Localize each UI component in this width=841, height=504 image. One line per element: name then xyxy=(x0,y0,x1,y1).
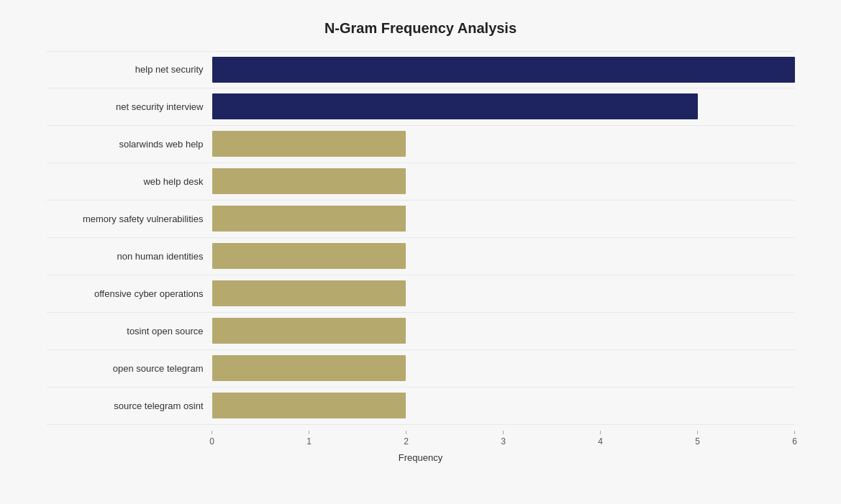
chart-area: help net securitynet security interviews… xyxy=(47,51,795,425)
x-axis: 0123456 xyxy=(212,431,795,446)
bar-track xyxy=(212,280,795,306)
bar-row: offensive cyber operations xyxy=(47,275,795,313)
bar-track xyxy=(212,355,795,381)
bar-fill xyxy=(212,393,406,418)
bar-fill xyxy=(212,131,406,157)
bar-fill xyxy=(212,280,406,306)
bar-track xyxy=(212,318,795,344)
bar-track xyxy=(212,93,795,119)
x-axis-label: Frequency xyxy=(47,452,795,463)
chart-title: N-Gram Frequency Analysis xyxy=(47,20,795,37)
bar-fill xyxy=(212,243,406,269)
bar-track xyxy=(212,206,795,232)
bar-fill xyxy=(212,318,406,344)
bar-row: source telegram osint xyxy=(47,388,795,425)
bar-label: web help desk xyxy=(47,176,212,187)
bar-fill xyxy=(212,168,406,194)
bar-label: net security interview xyxy=(47,101,212,112)
bar-track xyxy=(212,168,795,194)
bar-row: help net security xyxy=(47,51,795,88)
bar-label: non human identities xyxy=(47,251,212,262)
bar-row: non human identities xyxy=(47,238,795,275)
bar-track xyxy=(212,57,795,83)
bar-fill xyxy=(212,206,406,232)
bar-label: offensive cyber operations xyxy=(47,288,212,299)
bar-fill xyxy=(212,93,698,119)
bar-track xyxy=(212,393,795,418)
bar-row: open source telegram xyxy=(47,350,795,388)
bar-track xyxy=(212,243,795,269)
bar-label: memory safety vulnerabilities xyxy=(47,214,212,224)
x-axis-ticks: 0123456 xyxy=(212,431,795,446)
bar-label: source telegram osint xyxy=(47,400,212,411)
bar-fill xyxy=(212,355,406,381)
bar-row: solarwinds web help xyxy=(47,126,795,163)
bar-row: net security interview xyxy=(47,88,795,126)
bar-track xyxy=(212,131,795,157)
bar-label: open source telegram xyxy=(47,363,212,374)
bar-fill xyxy=(212,57,795,83)
bar-label: help net security xyxy=(47,64,212,75)
bar-row: web help desk xyxy=(47,163,795,201)
bar-label: solarwinds web help xyxy=(47,139,212,150)
bar-label: tosint open source xyxy=(47,326,212,336)
chart-container: N-Gram Frequency Analysis help net secur… xyxy=(25,6,817,499)
bar-row: memory safety vulnerabilities xyxy=(47,201,795,238)
bar-row: tosint open source xyxy=(47,313,795,350)
